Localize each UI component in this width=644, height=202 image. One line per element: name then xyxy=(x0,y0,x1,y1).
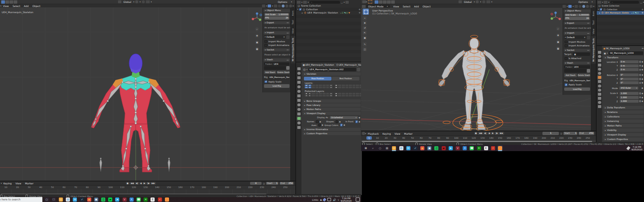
select-mode-set-icon[interactable] xyxy=(1,0,5,4)
outliner-row-collection[interactable]: ▾◳Collection👁 xyxy=(296,8,362,11)
preset-new-icon[interactable] xyxy=(587,36,590,39)
filter-icon[interactable]: ◡ xyxy=(341,1,343,4)
add-stash-button[interactable]: Add Stash xyxy=(264,71,276,74)
stash-panel-header[interactable]: Stash xyxy=(564,62,591,65)
fps-field[interactable]: FPS24 xyxy=(565,17,590,20)
physics-tab-icon[interactable] xyxy=(598,89,601,92)
right-3d-viewport[interactable]: ⌖ ✥ ↺ ⇱ ▣ ✎ ◫ User Perspective (1) Colle… xyxy=(361,8,596,131)
scale-tool-icon[interactable]: ⇱ xyxy=(363,31,367,35)
taskbar-app-icon[interactable]: ▧ xyxy=(399,146,403,150)
display-mode-icon[interactable] xyxy=(303,1,307,4)
falloff-curve-icon[interactable] xyxy=(146,0,150,3)
delete-stash-button[interactable]: Delete Stash xyxy=(277,71,290,74)
select-mode-set-icon[interactable] xyxy=(375,0,378,4)
crumb-object[interactable]: UE4_Mannequin_Skeleton xyxy=(305,64,334,66)
armature-layer-cell[interactable] xyxy=(312,93,315,94)
current-frame-field[interactable]: 0 xyxy=(250,182,262,185)
armature-layer-cell[interactable] xyxy=(308,87,312,88)
armature-layer-cell[interactable] xyxy=(308,93,312,94)
import-animations-row[interactable]: Import Animations xyxy=(264,44,289,47)
armature-layer-cell[interactable] xyxy=(335,85,338,86)
armature-layer-cell[interactable] xyxy=(345,87,349,88)
tab-view[interactable]: View xyxy=(591,27,596,36)
outliner-search-input[interactable]: ⌕ xyxy=(310,1,340,4)
zoom-view-icon[interactable]: ⌕ xyxy=(556,27,560,31)
xray-toggle-icon[interactable] xyxy=(274,5,277,7)
export-panel-header[interactable]: Export xyxy=(264,21,290,25)
armature-layer-cell[interactable] xyxy=(326,95,329,96)
perspective-toggle-icon[interactable]: ▦ xyxy=(556,46,560,50)
proportional-edit-icon[interactable] xyxy=(142,0,145,3)
tab-item[interactable]: Item xyxy=(291,9,295,18)
browse-folder-icon[interactable] xyxy=(587,69,590,73)
pin-icon[interactable]: ⚮ xyxy=(642,47,644,50)
taskbar-app-icon[interactable]: V xyxy=(456,146,460,150)
output-tab-icon[interactable] xyxy=(297,76,301,79)
move-view-icon[interactable]: ✥ xyxy=(255,34,259,38)
start-frame-field[interactable]: Start1 xyxy=(563,132,577,135)
armature-layer-cell[interactable] xyxy=(349,87,352,88)
active-tool-icon[interactable] xyxy=(362,0,366,3)
collections-section-header[interactable]: Collections xyxy=(603,115,644,118)
data-tab-icon[interactable] xyxy=(598,97,601,100)
taskbar-app-icon[interactable]: ◌ xyxy=(498,146,502,150)
transport-button[interactable]: ◀| xyxy=(483,132,487,135)
gizmo-toggle-icon[interactable] xyxy=(262,5,265,7)
rotation-mode-dropdown[interactable]: XYZ Euler▾ xyxy=(619,87,638,90)
skeleton-section-header[interactable]: Skeleton xyxy=(303,72,361,76)
select-box-tool-button[interactable] xyxy=(363,9,369,15)
taskbar-app-icon[interactable]: ✉ xyxy=(406,146,410,150)
timeline-menu-item[interactable]: Playback xyxy=(366,132,380,135)
add-stash-button[interactable]: Add Stash xyxy=(564,73,577,77)
custom-properties-section-header[interactable]: Custom Properties xyxy=(603,138,644,141)
load-rig-button[interactable]: Load Rig xyxy=(264,84,290,88)
taskbar-app-icon[interactable]: ➤ xyxy=(115,197,119,202)
preset-new-icon[interactable] xyxy=(286,35,290,39)
start-frame-field[interactable]: Start1 xyxy=(266,182,278,185)
armature-layer-cell[interactable] xyxy=(338,87,341,88)
scale-z-field[interactable]: 1.000 xyxy=(620,100,639,103)
navigation-gizmo[interactable] xyxy=(251,11,263,24)
scene-tab-icon[interactable] xyxy=(297,85,301,88)
armature-layer-cell[interactable] xyxy=(329,93,333,94)
axes-checkbox[interactable] xyxy=(318,124,321,126)
armature-layer-cell[interactable] xyxy=(338,93,341,94)
in-front-checkbox[interactable] xyxy=(355,120,358,123)
armature-layer-cell[interactable] xyxy=(315,85,319,86)
transport-button[interactable]: |▶ xyxy=(146,182,151,185)
taskbar-search-input[interactable]: Type here to search xyxy=(0,197,42,202)
taskbar-app-icon[interactable]: ▰ xyxy=(442,146,446,150)
protected-layers-grid[interactable] xyxy=(305,93,359,96)
armature-layer-cell[interactable] xyxy=(315,93,319,94)
armature-layer-cell[interactable] xyxy=(312,85,315,86)
taskbar-app-icon[interactable]: ⚡ xyxy=(491,146,495,150)
snap-magnet-icon[interactable] xyxy=(476,0,479,3)
current-frame-field[interactable]: 1 xyxy=(542,132,559,135)
shading-material-icon[interactable] xyxy=(586,5,589,8)
load-rig-button[interactable]: Load Rig xyxy=(564,87,590,91)
select-mode-intersect-icon[interactable] xyxy=(14,0,17,4)
armature-layer-cell[interactable] xyxy=(315,87,319,88)
annotate-tool-icon[interactable]: ✎ xyxy=(363,42,367,46)
armature-layer-cell[interactable] xyxy=(335,93,338,94)
taskbar-clock[interactable]: 7:19 PM9/25/2020 xyxy=(341,197,352,202)
instancing-section-header[interactable]: Instancing xyxy=(603,119,644,123)
armature-layer-cell[interactable] xyxy=(305,85,308,86)
armature-layer-cell[interactable] xyxy=(329,85,333,86)
motion-paths-section-header[interactable]: Motion Paths xyxy=(303,108,361,111)
import-preset-dropdown[interactable]: ▸Default✕ xyxy=(264,35,286,39)
viewlayer-tab-icon[interactable] xyxy=(297,81,301,84)
shading-rendered-icon[interactable] xyxy=(289,5,292,7)
transport-button[interactable]: |▶ xyxy=(495,132,499,135)
particles-tab-icon[interactable] xyxy=(598,85,601,87)
taskbar-app-icon[interactable]: ▣ xyxy=(94,197,98,202)
tab-view[interactable]: View xyxy=(291,26,295,36)
tab-tool[interactable]: Tool xyxy=(591,18,596,27)
transport-button[interactable]: ◀◀ xyxy=(130,182,134,185)
tray-links-label[interactable]: Links xyxy=(312,198,318,201)
armature-layer-cell[interactable] xyxy=(329,95,333,96)
tray-pen-icon[interactable] xyxy=(627,146,631,150)
end-frame-field[interactable]: End250 xyxy=(280,182,294,185)
armature-layer-cell[interactable] xyxy=(352,93,356,94)
taskbar-app-icon[interactable]: ♫ xyxy=(434,146,438,150)
